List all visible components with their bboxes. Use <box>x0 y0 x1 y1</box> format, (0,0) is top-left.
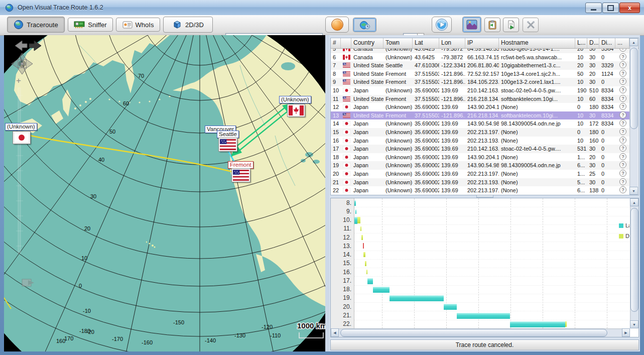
help-icon[interactable]: ? <box>619 153 626 160</box>
help-icon[interactable]: ? <box>619 145 626 152</box>
help-icon[interactable]: ? <box>619 95 626 102</box>
help-icon[interactable]: ? <box>619 61 626 68</box>
help-icon[interactable]: ? <box>619 49 626 52</box>
column-header-flag[interactable] <box>341 38 351 48</box>
table-row-hop-7[interactable]: 7United StatesSeattle47.610306-122.33412… <box>331 61 629 70</box>
chart-row-axis: 8.9.10.11.12.13.14.15.16.17.18.19.20.21.… <box>331 198 354 328</box>
chart-bar-hop-22-lat <box>510 321 565 327</box>
lat-grid-label: 60 <box>123 100 129 106</box>
close-button[interactable]: x <box>619 3 640 13</box>
2d3d-toggle-button[interactable]: 2D/3D <box>163 17 213 33</box>
cell-lat: 35.690002 <box>413 170 439 178</box>
column-header-Town[interactable]: Town <box>383 38 413 48</box>
cell-num: 6 <box>331 53 341 62</box>
table-row-hop-15[interactable]: 15Japan(Unknown)35.690002139.69202.213.1… <box>331 128 629 137</box>
chart-scroll-right-button[interactable]: ▶ <box>622 328 630 337</box>
column-header-Lon[interactable]: Lon <box>439 38 465 48</box>
minimize-button[interactable] <box>585 3 602 13</box>
table-row-hop-18[interactable]: 18Japan(Unknown)35.690002139.69143.90.20… <box>331 153 629 162</box>
cell-hostname: stoac-02-te0-4-0-5.gw.... <box>499 145 575 153</box>
help-icon[interactable]: ? <box>619 120 626 127</box>
run-trace-button[interactable] <box>432 17 452 33</box>
cell-dns: 180 <box>587 128 599 137</box>
column-header-L...[interactable]: L... <box>575 38 587 48</box>
table-row-hop-12[interactable]: 12Japan(Unknown)35.690002139.69143.90.20… <box>331 103 629 111</box>
table-row-hop-9[interactable]: 9United StatesFremont37.515503-121.896..… <box>331 78 629 86</box>
cell-latency: 6... <box>575 186 587 195</box>
sniffer-tab-button[interactable]: Sniffer <box>68 18 113 32</box>
table-row-hop-6[interactable]: 6Canada(Unknown)43.6425-79.387266.163.74… <box>331 53 629 62</box>
map-table-splitter[interactable] <box>325 35 329 351</box>
lat-grid-label: 0 <box>79 283 82 289</box>
cell-lon: 139.69 <box>439 86 465 95</box>
chart-row-label: 17. <box>343 277 351 284</box>
table-row-hop-20[interactable]: 20Japan(Unknown)35.690002139.69202.213.1… <box>331 170 629 178</box>
table-row-hop-10[interactable]: 10Japan(Unknown)35.690002139.69210.142.1… <box>331 86 629 95</box>
map-zoom-in-icon[interactable]: + <box>16 76 21 85</box>
table-row-hop-11[interactable]: 11United StatesFremont37.515503-121.896.… <box>331 95 629 103</box>
traceroute-tab-button[interactable]: Traceroute <box>7 17 65 33</box>
export-button[interactable] <box>503 18 519 32</box>
table-row-hop-13[interactable]: 13United StatesFremont37.515503-121.896.… <box>331 111 629 120</box>
chart-scroll-up-button[interactable]: ▲ <box>630 198 638 206</box>
table-row-hop-22[interactable]: 22Japan(Unknown)35.690002139.69202.213.1… <box>331 186 629 195</box>
settings-button[interactable] <box>523 18 539 32</box>
cell-town: (Unknown) <box>383 49 413 53</box>
chart-scroll-left-button[interactable]: ◀ <box>331 328 339 337</box>
cell-help: ? <box>615 137 629 145</box>
cell-dns: 138 <box>587 186 599 195</box>
chart-scroll-down-button[interactable]: ▼ <box>630 320 638 328</box>
help-icon[interactable]: ? <box>619 103 626 110</box>
play-icon <box>435 18 448 31</box>
column-header-Hostname[interactable]: Hostname <box>499 38 575 48</box>
help-icon[interactable]: ? <box>619 70 626 77</box>
globe-map-panel[interactable]: 706050403020100-10-20160170-180-170-160-… <box>4 35 325 351</box>
table-row-hop-14[interactable]: 14Japan(Unknown)35.690002139.69143.90.54… <box>331 120 629 128</box>
table-row-hop-17[interactable]: 17Japan(Unknown)35.690002139.69210.142.1… <box>331 145 629 153</box>
table-row-hop-16[interactable]: 16Japan(Unknown)35.690002139.69202.213.1… <box>331 137 629 145</box>
column-header-Di...[interactable]: Di... <box>599 38 615 48</box>
help-icon[interactable]: ? <box>619 178 626 185</box>
whois-tab-button[interactable]: WhoIs <box>116 18 160 32</box>
table-scroll-up-button[interactable]: ▲ <box>629 38 638 46</box>
table-row-hop-5[interactable]: 5Canada(Unknown)43.6425-79.387264.59.148… <box>331 49 629 53</box>
stop-button[interactable] <box>325 17 349 33</box>
map-view-button[interactable] <box>462 17 481 33</box>
titlebar[interactable]: Open Visual Trace Route 1.6.2 x <box>0 0 644 16</box>
help-icon[interactable]: ? <box>619 170 626 177</box>
column-header-#[interactable]: # <box>331 38 341 48</box>
table-row-hop-21[interactable]: 21Japan(Unknown)35.690002139.69202.213.1… <box>331 178 629 187</box>
column-header-IP[interactable]: IP <box>465 38 499 48</box>
table-row-hop-19[interactable]: 19Japan(Unknown)35.690002139.69143.90.54… <box>331 161 629 170</box>
table-vertical-scrollbar[interactable]: ▲ ▼ <box>629 38 638 195</box>
table-scroll-down-button[interactable]: ▼ <box>629 187 638 195</box>
chart-horizontal-scrollbar[interactable]: ◀ ▶ <box>331 328 630 337</box>
globe-view-toggle-button[interactable] <box>353 18 376 32</box>
help-icon[interactable]: ? <box>619 78 626 85</box>
column-header-Lat[interactable]: Lat <box>413 38 439 48</box>
cell-lat: 37.515503 <box>413 78 439 86</box>
cell-ip: 143.90.204.10 <box>465 103 499 111</box>
chart-legend: LatDN <box>619 222 629 244</box>
copy-to-clipboard-button[interactable] <box>484 18 500 32</box>
cell-country: Japan <box>351 186 383 195</box>
chart-vertical-scrollbar[interactable]: ▲ ▼ <box>630 198 638 328</box>
column-header-...[interactable]: ... <box>615 38 629 48</box>
chart-hscrollbar-thumb[interactable] <box>340 329 607 337</box>
table-scrollbar-thumb[interactable] <box>630 48 638 129</box>
help-icon[interactable]: ? <box>619 186 626 193</box>
help-icon[interactable]: ? <box>619 137 626 144</box>
column-header-D...[interactable]: D... <box>587 38 599 48</box>
table-row-hop-8[interactable]: 8United StatesFremont37.515503-121.896..… <box>331 70 629 78</box>
cell-town: (Unknown) <box>383 186 413 195</box>
maximize-button[interactable] <box>602 3 619 13</box>
tools-wrench-icon <box>526 20 536 30</box>
help-icon[interactable]: ? <box>619 53 626 60</box>
chart-vscrollbar-thumb[interactable] <box>630 208 638 312</box>
cell-distance: 3364 <box>599 49 615 53</box>
help-icon[interactable]: ? <box>619 86 626 93</box>
help-icon[interactable]: ? <box>619 161 626 168</box>
column-header-Country[interactable]: Country <box>351 38 383 48</box>
help-icon[interactable]: ? <box>619 111 626 119</box>
help-icon[interactable]: ? <box>619 128 626 135</box>
